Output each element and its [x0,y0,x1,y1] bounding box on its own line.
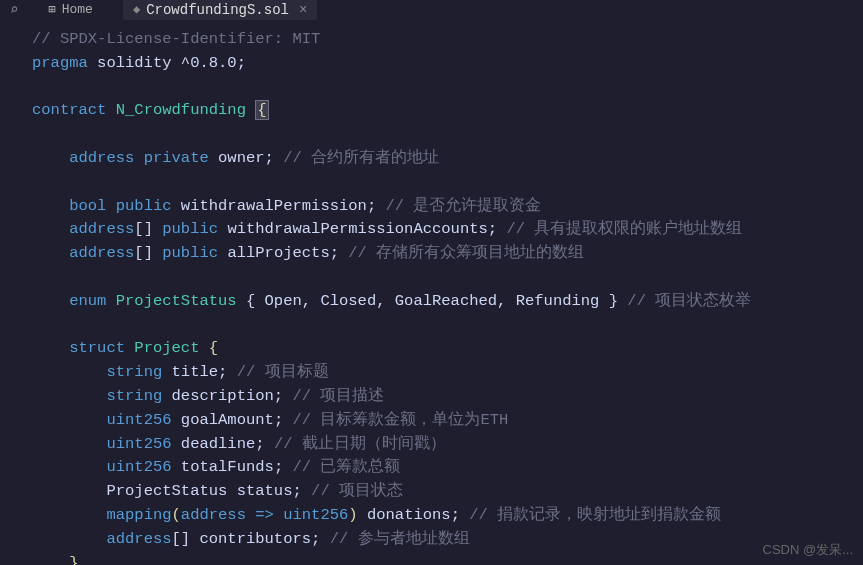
code-editor[interactable]: // SPDX-License-Identifier: MIT pragma s… [0,18,863,565]
open-brace-highlight: { [255,100,268,120]
code-comment: // SPDX-License-Identifier: MIT [32,30,320,48]
tab-home[interactable]: ⊞ Home [38,0,102,19]
tab-home-label: Home [62,2,93,17]
search-icon[interactable]: ⌕ [10,1,18,18]
watermark: CSDN @发呆... [763,541,853,559]
tab-active-file[interactable]: ◆ CrowdfundingS.sol × [123,0,317,20]
home-icon: ⊞ [48,2,55,17]
tab-active-label: CrowdfundingS.sol [146,2,289,18]
close-icon[interactable]: × [299,2,307,18]
tab-bar: ⌕ ⊞ Home ◆ CrowdfundingS.sol × [0,0,863,18]
file-icon: ◆ [133,2,140,17]
